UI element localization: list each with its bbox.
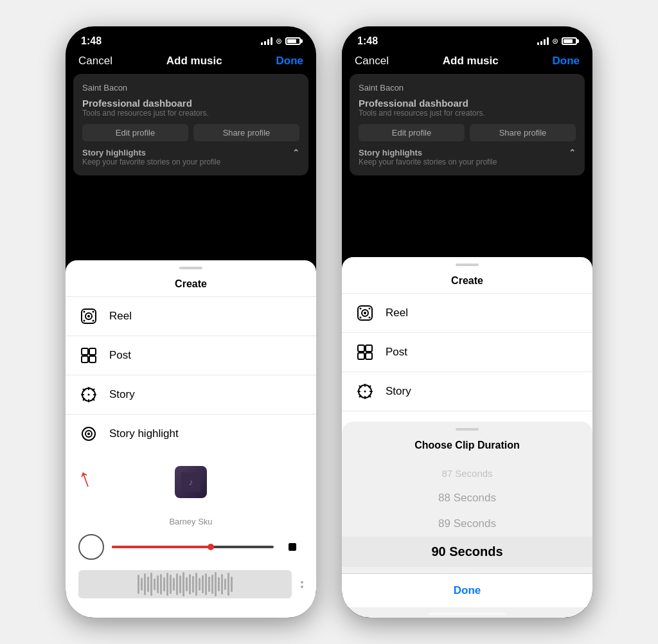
progress-fill-1 — [112, 546, 209, 548]
svg-text:♪: ♪ — [189, 477, 193, 487]
svg-point-4 — [93, 311, 94, 313]
story-highlights-2: Story highlights ⌃ — [359, 148, 576, 157]
song-artist-1: Barney Sku — [169, 517, 212, 526]
edit-profile-btn-1[interactable]: Edit profile — [82, 124, 188, 141]
svg-rect-34 — [366, 345, 372, 352]
highlight-icon-1 — [78, 424, 99, 444]
nav-bar-2: Cancel Add music Done — [342, 52, 592, 74]
edit-profile-btn-2[interactable]: Edit profile — [359, 124, 465, 141]
svg-rect-8 — [89, 348, 96, 355]
svg-point-31 — [360, 317, 362, 319]
duration-picker[interactable]: 87 Seconds 88 Seconds 89 Seconds 90 Seco… — [342, 455, 592, 573]
story-label-2: Story — [386, 385, 411, 398]
story-label-1: Story — [109, 388, 135, 401]
story-icon-1 — [78, 384, 99, 405]
waveform-area-1 — [78, 568, 303, 601]
svg-point-28 — [364, 312, 366, 314]
waveform-1[interactable] — [78, 570, 292, 598]
reel-label-1: Reel — [109, 310, 132, 323]
nav-title-2: Add music — [443, 55, 499, 67]
album-art-1: ♪ — [175, 466, 207, 498]
wifi-icon: ⊛ — [276, 37, 282, 46]
highlight-item-1[interactable]: Story highlight — [66, 414, 316, 453]
reel-label-2: Reel — [386, 307, 408, 319]
create-title-2: Create — [342, 275, 592, 287]
nav-title-1: Add music — [166, 55, 222, 67]
status-time-1: 1:48 — [81, 35, 102, 47]
svg-point-29 — [360, 308, 362, 310]
bg-dashboard-sub-1: Tools and resources just for creators. — [82, 109, 299, 118]
home-indicator-1 — [152, 613, 229, 615]
bg-profile-1: Saint Bacon Professional dashboard Tools… — [73, 74, 308, 175]
clip-duration-sheet: Choose Clip Duration 87 Seconds 88 Secon… — [342, 422, 592, 618]
create-title-1: Create — [66, 278, 316, 290]
svg-point-3 — [84, 311, 85, 313]
story-highlights-sub-1: Keep your favorite stories on your profi… — [82, 157, 299, 166]
reel-item-1[interactable]: Reel — [66, 296, 316, 335]
battery-icon-2 — [562, 37, 577, 45]
battery-icon — [285, 37, 301, 45]
clip-sheet-handle — [456, 428, 479, 431]
cancel-button-1[interactable]: Cancel — [78, 55, 112, 67]
progress-dot-1 — [208, 544, 214, 550]
post-item-2[interactable]: Post — [342, 332, 592, 371]
svg-point-5 — [84, 320, 85, 322]
reel-icon-2 — [355, 303, 375, 323]
bg-dashboard-sub-2: Tools and resources just for creators. — [359, 109, 576, 118]
svg-rect-10 — [89, 356, 96, 362]
svg-point-30 — [369, 308, 371, 310]
bg-username-1: Saint Bacon — [82, 83, 299, 93]
bg-dashboard-title-1: Professional dashboard — [82, 98, 299, 109]
svg-point-12 — [88, 394, 90, 396]
stop-icon-1 — [289, 543, 296, 551]
music-player-1: ♪ Your Eyes (feat. Taqiya Zam... Barney … — [66, 453, 316, 607]
svg-rect-7 — [82, 348, 88, 355]
nav-bar-1: Cancel Add music Done — [66, 52, 316, 74]
reel-item-2[interactable]: Reel — [342, 293, 592, 332]
share-profile-btn-1[interactable]: Share profile — [193, 124, 299, 141]
svg-point-2 — [87, 315, 90, 318]
svg-point-38 — [364, 391, 366, 393]
post-item-1[interactable]: Post — [66, 335, 316, 375]
done-button-2[interactable]: Done — [552, 55, 580, 67]
stop-button-1[interactable] — [281, 536, 303, 558]
phone-2: 1:48 ⊛ Cancel Add music Done Saint Bacon… — [342, 26, 592, 618]
duration-87[interactable]: 87 Seconds — [342, 461, 592, 485]
song-title-1: Your Eyes (feat. Taqiya Zam... — [123, 502, 258, 513]
story-highlights-1: Story highlights ⌃ — [82, 148, 299, 157]
reel-icon-1 — [78, 306, 99, 326]
status-icons-1: ⊛ — [261, 37, 301, 46]
svg-rect-9 — [82, 356, 88, 362]
highlight-label-1: Story highlight — [109, 427, 179, 440]
progress-bar-1[interactable] — [112, 546, 274, 548]
bg-username-2: Saint Bacon — [359, 83, 576, 93]
arrow-annotation-1: ↑ — [78, 463, 91, 492]
duration-88[interactable]: 88 Seconds — [342, 485, 592, 511]
duration-90[interactable]: 90 Seconds — [342, 537, 592, 567]
share-profile-btn-2[interactable]: Share profile — [470, 124, 576, 141]
wave-dots-1 — [298, 581, 303, 588]
bg-profile-2: Saint Bacon Professional dashboard Tools… — [350, 74, 585, 175]
signal-icon-2 — [537, 37, 549, 45]
story-item-2[interactable]: Story — [342, 371, 592, 411]
post-icon-1 — [78, 345, 99, 366]
sheet-handle-1 — [179, 267, 202, 269]
story-item-1[interactable]: Story — [66, 375, 316, 414]
status-time-2: 1:48 — [357, 35, 378, 47]
sheet-handle-2 — [456, 264, 479, 266]
bg-profile-buttons-2: Edit profile Share profile — [359, 124, 576, 141]
player-controls-1: 90 — [78, 530, 303, 564]
status-bar-2: 1:48 ⊛ — [342, 26, 592, 52]
wifi-icon-2: ⊛ — [552, 37, 558, 46]
create-sheet-1: Create Reel — [66, 260, 316, 618]
done-button-1[interactable]: Done — [276, 55, 303, 67]
svg-rect-36 — [366, 353, 372, 359]
story-highlights-sub-2: Keep your favorite stories on your profi… — [359, 157, 576, 166]
post-label-2: Post — [386, 346, 407, 359]
svg-rect-35 — [358, 353, 364, 359]
cancel-button-2[interactable]: Cancel — [355, 55, 389, 67]
clip-done-button[interactable]: Done — [342, 573, 592, 607]
duration-89[interactable]: 89 Seconds — [342, 511, 592, 537]
duration-badge-1[interactable]: 90 — [78, 534, 104, 560]
svg-point-6 — [93, 320, 94, 322]
